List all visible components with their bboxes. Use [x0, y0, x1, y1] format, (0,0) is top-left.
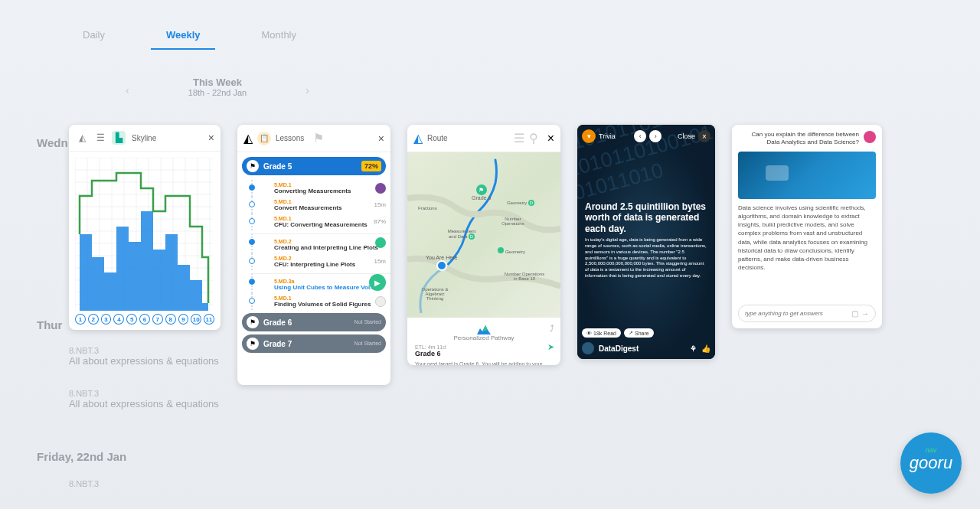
grade-6-header[interactable]: ⚑ Grade 6 Not Started: [242, 313, 386, 331]
page-dot[interactable]: 6: [139, 314, 150, 325]
chat-card: Can you explain the difference between D…: [732, 125, 882, 328]
filter-icon[interactable]: ▾: [582, 129, 596, 143]
pathway-description: Your next target is Grade 6. You will be…: [415, 361, 553, 365]
page-dot[interactable]: 3: [101, 314, 112, 325]
map-node-measdata[interactable]: Measurement and Data D: [444, 229, 479, 240]
day-thursday: Thur: [37, 318, 62, 331]
page-dot[interactable]: 5: [126, 314, 137, 325]
play-icon[interactable]: ▶: [369, 274, 386, 291]
lesson-item[interactable]: 5.MD.1 Convert Measurements 15m: [251, 197, 390, 214]
tab-monthly[interactable]: Monthly: [246, 29, 312, 50]
trivia-card: ▾ Trivia ‹ › Close × Around 2.5 quintill…: [577, 125, 715, 359]
lesson-item[interactable]: 5.MD.1 Finding Volumes of Solid Figures: [251, 293, 390, 310]
badge-icon: [375, 183, 386, 194]
like-icon[interactable]: 👍: [701, 344, 710, 353]
week-title: This Week: [126, 77, 309, 88]
next-icon[interactable]: ›: [649, 130, 662, 142]
pathway-label: Personalized Pathway: [415, 334, 553, 341]
skyline-icon[interactable]: ▙: [112, 131, 126, 145]
flag-icon: ⚑: [247, 160, 259, 172]
list-icon[interactable]: ☰: [514, 131, 524, 145]
page-dot[interactable]: 4: [113, 314, 124, 325]
bg-lesson-item: 8.NBT.3: [69, 479, 99, 488]
mountain-icon[interactable]: ◭: [243, 131, 253, 145]
share-badge[interactable]: ↗ Share: [624, 328, 654, 338]
grade-5-header[interactable]: ⚑ Grade 5 72%: [242, 157, 386, 175]
prev-week-icon[interactable]: ‹: [126, 84, 129, 96]
lessons-icon[interactable]: 📋: [257, 132, 271, 145]
logo-icon: [477, 324, 491, 334]
map-node-opsalg[interactable]: Operations & Algebraic Thinking: [418, 287, 452, 301]
skyline-card: ◭ ☰ ▙ Skyline × 1 2 3 4 5 6: [69, 125, 220, 330]
answer-text: Data science involves using scientific m…: [738, 204, 876, 272]
etl-value: ETL: 4m 11d: [415, 344, 553, 350]
chat-input[interactable]: [745, 310, 848, 317]
page-dot[interactable]: 1: [75, 314, 86, 325]
page-dot[interactable]: 10: [191, 314, 201, 325]
map-node-fractions[interactable]: Fractions: [418, 206, 437, 210]
page-dot[interactable]: 11: [204, 314, 214, 325]
user-question: Can you explain the difference between D…: [738, 131, 876, 147]
close-icon[interactable]: ×: [378, 132, 384, 145]
read-badge[interactable]: 👁 18k Read: [582, 328, 621, 338]
chat-input-bar: ▢ →: [738, 305, 876, 322]
you-are-here-marker: You Are Here: [426, 255, 457, 272]
flag-icon: ⚑: [247, 338, 259, 350]
share-icon[interactable]: ⤴: [550, 324, 554, 333]
lesson-item[interactable]: 5.MD.1 Converting Measurements: [251, 180, 390, 197]
tab-daily[interactable]: Daily: [67, 29, 120, 50]
close-icon[interactable]: ×: [208, 132, 214, 144]
tab-weekly[interactable]: Weekly: [151, 29, 216, 50]
map-node-geometry2[interactable]: Geometry: [498, 247, 525, 254]
grade-label: Grade 7: [263, 340, 292, 348]
bg-lesson-item: 8.NBT.3 All about expressions & equation…: [69, 389, 219, 409]
grade-7-header[interactable]: ⚑ Grade 7 Not Started: [242, 334, 386, 353]
route-map[interactable]: ⚑ Grade 6 Geometry D Fractions Number Op…: [407, 152, 560, 318]
map-node-numopsb10[interactable]: Number Operations in Base 10: [504, 272, 545, 281]
mountain-icon[interactable]: ◭: [75, 131, 89, 145]
send-icon[interactable]: ➤: [547, 342, 554, 352]
day-friday: Friday, 22nd Jan: [37, 450, 126, 463]
check-icon: [375, 237, 386, 248]
page-dot[interactable]: 7: [152, 314, 163, 325]
lesson-item[interactable]: 5.MD.3a Using Unit Cubes to Measure Vol.…: [251, 273, 390, 293]
view-tabs: Daily Weekly Monthly: [67, 29, 312, 50]
pin-icon[interactable]: ⚲: [529, 131, 538, 145]
lessons-title: Lessons: [276, 134, 304, 142]
day-wednesday: Wedn: [37, 136, 68, 149]
list-icon[interactable]: ☰: [93, 131, 107, 145]
target-grade: Grade 6: [415, 350, 553, 357]
page-dot[interactable]: 2: [88, 314, 99, 325]
page-dot[interactable]: 9: [178, 314, 189, 325]
lesson-item[interactable]: 5.MD.2 CFU: Interpreting Line Plots 15m: [251, 253, 390, 270]
grade-status: Not Started: [354, 341, 381, 347]
group-icon[interactable]: ⚘: [690, 344, 697, 353]
answer-image: [738, 152, 876, 199]
map-node-numops[interactable]: Number Operations: [498, 217, 528, 226]
camera-icon[interactable]: ▢: [851, 309, 858, 318]
skyline-title: Skyline: [132, 134, 156, 142]
author-name: DataDigest: [599, 344, 639, 353]
gooru-logo[interactable]: nav gooru: [900, 432, 962, 494]
lesson-item[interactable]: 5.MD.1 CFU: Converting Measurements 87%: [251, 214, 390, 230]
close-icon[interactable]: ×: [547, 132, 554, 145]
trivia-headline: Around 2.5 quintillion bytes worth of da…: [585, 201, 707, 234]
grade-percent: 72%: [361, 161, 381, 171]
close-icon[interactable]: ×: [698, 130, 710, 142]
lesson-item[interactable]: 5.MD.2 Creating and Interpreting Line Pl…: [251, 233, 390, 253]
prev-icon[interactable]: ‹: [634, 130, 646, 142]
send-icon[interactable]: →: [861, 309, 869, 318]
flag-icon: ⚑: [247, 316, 259, 328]
grade-label: Grade 6: [263, 318, 292, 327]
filter-icon[interactable]: ⚑: [313, 131, 324, 145]
route-title: Route: [427, 134, 448, 142]
week-range: 18th - 22nd Jan: [126, 88, 309, 97]
grade-label: Grade 5: [263, 162, 292, 171]
map-node-grade6[interactable]: ⚑ Grade 6: [472, 184, 491, 201]
trivia-body: In today's digital age, data is being ge…: [585, 237, 707, 279]
mountain-icon[interactable]: ◭: [413, 131, 423, 145]
page-dot[interactable]: 8: [165, 314, 176, 325]
map-node-geometry[interactable]: Geometry D: [507, 200, 534, 206]
close-label[interactable]: Close: [678, 132, 695, 140]
next-week-icon[interactable]: ›: [305, 84, 309, 96]
